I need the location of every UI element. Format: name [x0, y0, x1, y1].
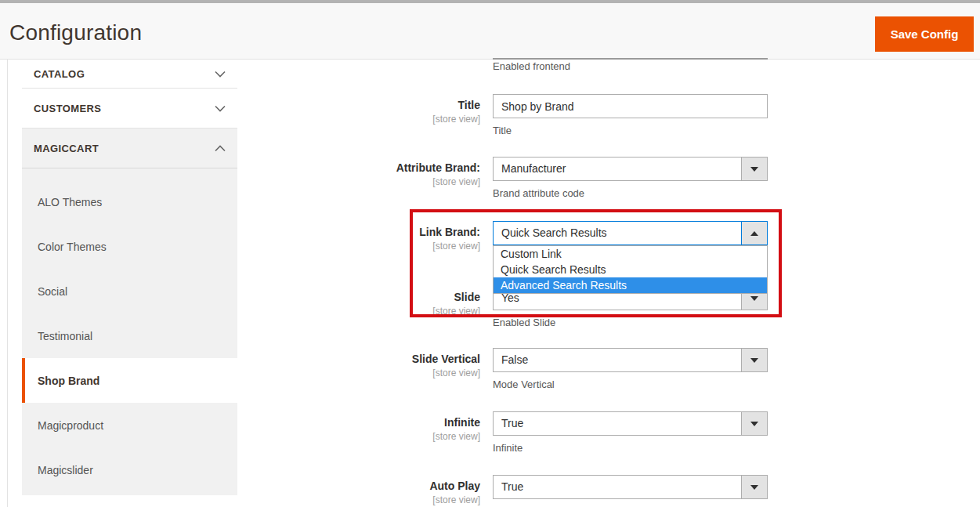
dropdown-option-quick-search-results[interactable]: Quick Search Results: [494, 262, 767, 277]
field-comment: Infinite: [493, 442, 523, 454]
field-label: Attribute Brand:: [0, 161, 480, 174]
title-input[interactable]: [493, 94, 768, 118]
field-row-slide-vertical: Slide Vertical [store view] False Mode V…: [0, 348, 783, 395]
field-row-attribute-brand: Attribute Brand: [store view] Manufactur…: [0, 157, 783, 204]
field-label-block: Slide Vertical [store view]: [0, 348, 480, 378]
caret-down-icon: [750, 485, 758, 490]
select-arrow-button[interactable]: [741, 222, 767, 244]
field-scope: [store view]: [0, 114, 480, 125]
enabled-frontend-comment: Enabled frontend: [493, 60, 570, 72]
clipped-field-edge: [493, 58, 768, 60]
field-label-block: Slide [store view]: [0, 286, 480, 317]
dropdown-option-custom-link[interactable]: Custom Link: [494, 246, 767, 262]
select-value: Manufacturer: [494, 158, 741, 180]
select-arrow-button[interactable]: [741, 412, 767, 435]
field-scope: [store view]: [0, 241, 480, 252]
field-label: Link Brand:: [0, 226, 480, 238]
select-value: True: [494, 476, 741, 498]
field-label-block: Auto Play [store view]: [0, 475, 480, 505]
field-scope: [store view]: [0, 494, 480, 505]
field-comment: Mode Vertical: [493, 378, 555, 390]
field-comment: Enabled Slide: [493, 317, 555, 328]
select-arrow-button[interactable]: [741, 349, 767, 371]
select-value: Quick Search Results: [494, 222, 741, 244]
field-label: Slide: [0, 291, 480, 303]
caret-up-icon: [750, 231, 758, 236]
field-label: Title: [0, 99, 480, 111]
select-value: True: [494, 412, 741, 435]
field-comment: Title: [493, 125, 512, 136]
field-scope: [store view]: [0, 431, 480, 442]
infinite-select[interactable]: True: [493, 411, 768, 436]
field-scope: [store view]: [0, 368, 480, 378]
caret-down-icon: [750, 422, 758, 426]
field-label-block: Attribute Brand: [store view]: [0, 157, 480, 187]
configuration-page: Configuration Save Config CATALOG CUSTOM…: [0, 0, 980, 507]
field-label-block: Link Brand: [store view]: [0, 221, 480, 252]
link-brand-select[interactable]: Quick Search Results: [493, 221, 768, 245]
field-scope: [store view]: [0, 306, 480, 317]
field-row-infinite: Infinite [store view] True Infinite: [0, 411, 783, 458]
dropdown-option-advanced-search-results[interactable]: Advanced Search Results: [494, 277, 767, 293]
caret-down-icon: [750, 167, 758, 172]
slide-vertical-select[interactable]: False: [493, 348, 768, 372]
field-comment: Brand attribute code: [493, 187, 584, 199]
field-row-auto-play: Auto Play [store view] True: [0, 475, 783, 507]
attribute-brand-select[interactable]: Manufacturer: [493, 157, 768, 181]
field-row-title: Title [store view] Title: [0, 94, 783, 141]
field-label-block: Infinite [store view]: [0, 411, 480, 442]
shop-brand-settings-form: Enabled frontend Title [store view] Titl…: [0, 0, 980, 507]
select-value: False: [494, 349, 741, 371]
field-label: Auto Play: [0, 480, 480, 492]
field-scope: [store view]: [0, 176, 480, 187]
auto-play-select[interactable]: True: [493, 475, 768, 499]
caret-down-icon: [750, 296, 758, 301]
select-arrow-button[interactable]: [741, 476, 767, 498]
caret-down-icon: [750, 358, 758, 363]
field-label: Slide Vertical: [0, 353, 480, 365]
select-arrow-button[interactable]: [741, 158, 767, 180]
field-label-block: Title [store view]: [0, 94, 480, 125]
field-label: Infinite: [0, 416, 480, 429]
link-brand-dropdown-list: Custom Link Quick Search Results Advance…: [493, 245, 768, 294]
